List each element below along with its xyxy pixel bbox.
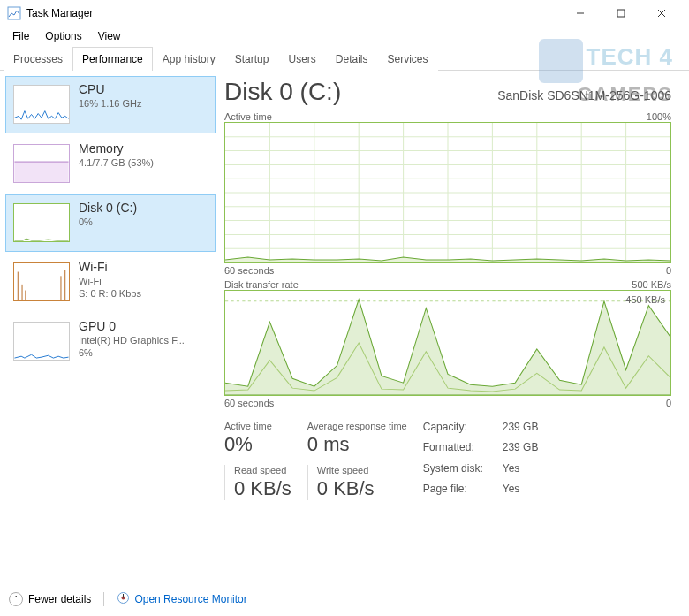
gpu-sub2: 6% xyxy=(79,347,185,358)
page-title: Disk 0 (C:) xyxy=(224,78,341,106)
gpu-sub1: Intel(R) HD Graphics F... xyxy=(79,335,185,346)
minimize-button[interactable] xyxy=(560,0,601,27)
tab-bar: Processes Performance App history Startu… xyxy=(0,46,689,71)
wifi-label: Wi-Fi xyxy=(79,260,141,274)
read-speed-value: 0 KB/s xyxy=(234,477,292,500)
read-speed-label: Read speed xyxy=(234,465,292,475)
sidebar-item-memory[interactable]: Memory 4.1/7.7 GB (53%) xyxy=(5,135,216,193)
tab-processes[interactable]: Processes xyxy=(4,47,72,71)
transfer-rate-chart[interactable]: 450 KB/s xyxy=(224,290,671,396)
menu-options[interactable]: Options xyxy=(38,28,88,44)
chevron-up-icon: ˄ xyxy=(9,592,23,606)
chart1-label: Active time xyxy=(224,111,272,122)
chart1-xright: 0 xyxy=(666,265,671,276)
gpu-label: GPU 0 xyxy=(79,319,185,333)
chart1-xleft: 60 seconds xyxy=(224,265,274,276)
menu-file[interactable]: File xyxy=(5,28,36,44)
performance-sidebar: CPU 16% 1.16 GHz Memory 4.1/7.7 GB (53%)… xyxy=(0,71,221,583)
cpu-label: CPU xyxy=(79,82,142,96)
sidebar-item-cpu[interactable]: CPU 16% 1.16 GHz xyxy=(5,76,216,133)
detail-pane: Disk 0 (C:) SanDisk SD6SN1M-256G-1006 Ac… xyxy=(221,71,689,583)
close-button[interactable] xyxy=(641,0,682,27)
menu-view[interactable]: View xyxy=(91,28,128,44)
disk-sub: 0% xyxy=(79,217,137,227)
wifi-thumb-chart xyxy=(13,262,70,301)
cpu-thumb-chart xyxy=(13,85,70,124)
maximize-button[interactable] xyxy=(601,0,641,27)
tab-services[interactable]: Services xyxy=(378,47,438,71)
active-time-value: 0% xyxy=(224,433,292,456)
divider xyxy=(103,592,104,606)
memory-label: Memory xyxy=(79,141,154,156)
device-name: SanDisk SD6SN1M-256G-1006 xyxy=(497,88,671,103)
disk-specs: Capacity:239 GB Formatted:239 GB System … xyxy=(423,421,564,500)
active-time-label: Active time xyxy=(224,421,292,431)
response-time-value: 0 ms xyxy=(307,433,407,456)
chart2-max: 500 KB/s xyxy=(632,279,671,290)
chart2-overlay: 450 KB/s xyxy=(625,294,665,305)
tab-details[interactable]: Details xyxy=(326,47,378,71)
tab-performance[interactable]: Performance xyxy=(72,47,153,71)
memory-sub: 4.1/7.7 GB (53%) xyxy=(79,157,154,168)
wifi-sub2: S: 0 R: 0 Kbps xyxy=(79,288,141,299)
footer-bar: ˄ Fewer details Open Resource Monitor xyxy=(9,591,247,607)
titlebar: Task Manager xyxy=(0,0,689,27)
fewer-details-button[interactable]: ˄ Fewer details xyxy=(9,592,91,606)
cpu-sub: 16% 1.16 GHz xyxy=(79,98,142,109)
sidebar-item-wifi[interactable]: Wi-Fi Wi-Fi S: 0 R: 0 Kbps xyxy=(5,254,216,311)
disk-label: Disk 0 (C:) xyxy=(79,201,137,215)
chart1-max: 100% xyxy=(647,111,671,122)
wifi-sub1: Wi-Fi xyxy=(79,276,141,286)
write-speed-value: 0 KB/s xyxy=(317,477,407,500)
tab-users[interactable]: Users xyxy=(278,47,325,71)
chart2-label: Disk transfer rate xyxy=(224,279,299,290)
write-speed-label: Write speed xyxy=(317,465,407,475)
active-time-chart[interactable] xyxy=(224,122,671,263)
memory-thumb-chart xyxy=(13,144,70,183)
window-title: Task Manager xyxy=(26,7,560,19)
gpu-thumb-chart xyxy=(13,322,70,361)
response-time-label: Average response time xyxy=(307,421,407,431)
svg-rect-2 xyxy=(617,10,625,17)
sidebar-item-disk[interactable]: Disk 0 (C:) 0% xyxy=(5,194,216,252)
svg-rect-5 xyxy=(14,162,68,182)
disk-thumb-chart xyxy=(13,203,70,242)
open-resource-monitor-link[interactable]: Open Resource Monitor xyxy=(117,591,246,607)
tab-apphistory[interactable]: App history xyxy=(153,47,225,71)
resmon-icon xyxy=(117,591,130,607)
chart2-xright: 0 xyxy=(666,398,671,408)
tab-startup[interactable]: Startup xyxy=(225,47,279,71)
taskmgr-icon xyxy=(7,6,21,20)
sidebar-item-gpu[interactable]: GPU 0 Intel(R) HD Graphics F... 6% xyxy=(5,313,216,370)
chart2-xleft: 60 seconds xyxy=(224,398,274,408)
menubar: File Options View xyxy=(0,27,689,46)
